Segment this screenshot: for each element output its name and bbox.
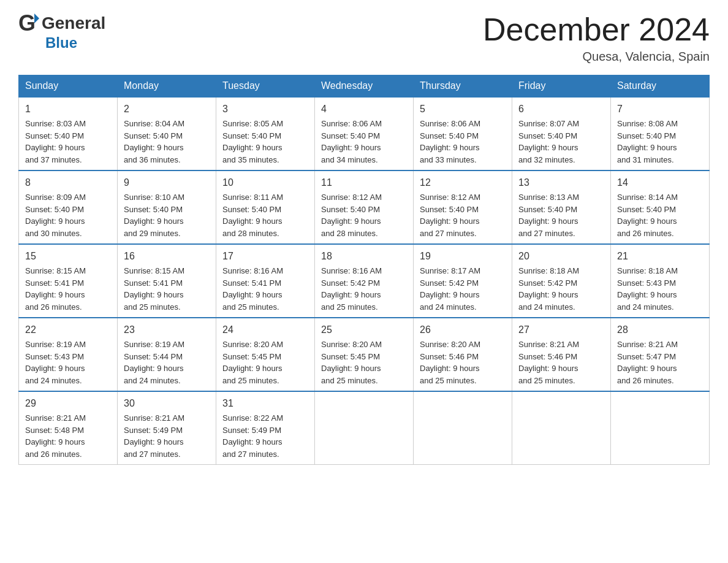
day-number: 6: [518, 102, 604, 117]
empty-cell: [611, 391, 710, 465]
day-info-line: and 26 minutes.: [25, 301, 111, 313]
day-info-line: Sunset: 5:40 PM: [518, 204, 604, 216]
day-info-line: and 32 minutes.: [518, 154, 604, 166]
calendar-table: SundayMondayTuesdayWednesdayThursdayFrid…: [18, 75, 710, 465]
day-info-line: Sunset: 5:42 PM: [518, 277, 604, 289]
day-info-line: Daylight: 9 hours: [518, 142, 604, 154]
day-info-line: and 25 minutes.: [124, 301, 210, 313]
day-number: 23: [124, 323, 210, 337]
day-info-line: and 37 minutes.: [25, 154, 111, 166]
day-number: 30: [124, 396, 210, 411]
day-cell-21: 21Sunrise: 8:18 AMSunset: 5:43 PMDayligh…: [611, 244, 710, 318]
day-info-line: Daylight: 9 hours: [617, 289, 703, 301]
day-info-line: Daylight: 9 hours: [420, 362, 506, 375]
day-info-line: Sunset: 5:45 PM: [321, 351, 407, 363]
day-cell-6: 6Sunrise: 8:07 AMSunset: 5:40 PMDaylight…: [512, 97, 611, 170]
day-info-line: Sunrise: 8:21 AM: [617, 339, 703, 351]
day-info-line: and 34 minutes.: [321, 154, 407, 166]
day-number: 31: [222, 396, 308, 411]
day-number: 21: [617, 249, 703, 264]
day-info-line: Sunset: 5:40 PM: [420, 204, 506, 216]
day-info-line: Sunset: 5:41 PM: [222, 277, 308, 289]
day-number: 1: [25, 102, 111, 117]
day-info-line: Daylight: 9 hours: [420, 142, 506, 154]
day-info-line: Sunrise: 8:10 AM: [124, 191, 210, 204]
day-info-line: and 35 minutes.: [222, 154, 308, 166]
day-number: 27: [518, 323, 604, 337]
day-info-line: Sunset: 5:41 PM: [124, 277, 210, 289]
day-info-line: Sunrise: 8:15 AM: [124, 265, 210, 277]
day-cell-31: 31Sunrise: 8:22 AMSunset: 5:49 PMDayligh…: [216, 391, 315, 465]
day-info-line: Sunrise: 8:06 AM: [321, 118, 407, 130]
day-info-line: Daylight: 9 hours: [617, 362, 703, 375]
day-info-line: Daylight: 9 hours: [25, 142, 111, 154]
day-info-line: and 26 minutes.: [25, 448, 111, 461]
day-info-line: Daylight: 9 hours: [321, 289, 407, 301]
day-number: 13: [518, 175, 604, 190]
day-cell-25: 25Sunrise: 8:20 AMSunset: 5:45 PMDayligh…: [315, 318, 414, 391]
day-info-line: Daylight: 9 hours: [124, 436, 210, 448]
day-cell-3: 3Sunrise: 8:05 AMSunset: 5:40 PMDaylight…: [216, 97, 315, 170]
day-info-line: Sunrise: 8:16 AM: [222, 265, 308, 277]
day-info-line: Sunrise: 8:14 AM: [617, 191, 703, 204]
day-info-line: and 27 minutes.: [124, 448, 210, 461]
day-info-line: and 28 minutes.: [222, 228, 308, 240]
day-info-line: and 31 minutes.: [617, 154, 703, 166]
day-info-line: Sunrise: 8:13 AM: [518, 191, 604, 204]
day-info-line: and 24 minutes.: [617, 301, 703, 313]
day-info-line: and 25 minutes.: [222, 375, 308, 387]
day-number: 20: [518, 249, 604, 264]
day-cell-9: 9Sunrise: 8:10 AMSunset: 5:40 PMDaylight…: [118, 170, 216, 244]
day-info-line: Sunset: 5:40 PM: [222, 204, 308, 216]
day-number: 26: [420, 323, 506, 337]
day-cell-4: 4Sunrise: 8:06 AMSunset: 5:40 PMDaylight…: [315, 97, 414, 170]
day-number: 16: [124, 249, 210, 264]
day-info-line: and 33 minutes.: [420, 154, 506, 166]
week-row-1: 1Sunrise: 8:03 AMSunset: 5:40 PMDaylight…: [19, 97, 710, 170]
day-info-line: Sunset: 5:49 PM: [124, 424, 210, 437]
day-number: 10: [222, 175, 308, 190]
day-info-line: Daylight: 9 hours: [25, 215, 111, 228]
day-number: 17: [222, 249, 308, 264]
day-info-line: Sunrise: 8:20 AM: [321, 339, 407, 351]
day-info-line: Daylight: 9 hours: [222, 215, 308, 228]
week-row-3: 15Sunrise: 8:15 AMSunset: 5:41 PMDayligh…: [19, 244, 710, 318]
day-info-line: Sunset: 5:41 PM: [25, 277, 111, 289]
header-cell-friday: Friday: [512, 75, 611, 98]
week-row-2: 8Sunrise: 8:09 AMSunset: 5:40 PMDaylight…: [19, 170, 710, 244]
day-cell-7: 7Sunrise: 8:08 AMSunset: 5:40 PMDaylight…: [611, 97, 710, 170]
day-cell-23: 23Sunrise: 8:19 AMSunset: 5:44 PMDayligh…: [118, 318, 216, 391]
day-cell-28: 28Sunrise: 8:21 AMSunset: 5:47 PMDayligh…: [611, 318, 710, 391]
day-info-line: Daylight: 9 hours: [25, 362, 111, 375]
day-cell-22: 22Sunrise: 8:19 AMSunset: 5:43 PMDayligh…: [19, 318, 118, 391]
day-info-line: Sunset: 5:45 PM: [222, 351, 308, 363]
location-label: Quesa, Valencia, Spain: [483, 50, 710, 64]
day-number: 8: [25, 175, 111, 190]
day-info-line: Sunset: 5:40 PM: [420, 130, 506, 142]
day-info-line: and 36 minutes.: [124, 154, 210, 166]
day-number: 18: [321, 249, 407, 264]
day-info-line: Daylight: 9 hours: [321, 142, 407, 154]
day-info-line: Sunrise: 8:04 AM: [124, 118, 210, 130]
calendar-body: 1Sunrise: 8:03 AMSunset: 5:40 PMDaylight…: [19, 97, 710, 465]
day-info-line: Sunset: 5:40 PM: [321, 204, 407, 216]
day-info-line: Sunrise: 8:19 AM: [124, 339, 210, 351]
header-cell-sunday: Sunday: [19, 75, 118, 98]
day-info-line: and 24 minutes.: [518, 301, 604, 313]
day-info-line: and 24 minutes.: [124, 375, 210, 387]
day-info-line: Sunset: 5:44 PM: [124, 351, 210, 363]
header-cell-monday: Monday: [118, 75, 216, 98]
calendar-header: SundayMondayTuesdayWednesdayThursdayFrid…: [19, 75, 710, 98]
day-info-line: and 25 minutes.: [321, 375, 407, 387]
day-info-line: Sunset: 5:40 PM: [124, 204, 210, 216]
day-info-line: and 28 minutes.: [321, 228, 407, 240]
header-cell-saturday: Saturday: [611, 75, 710, 98]
day-info-line: Sunset: 5:46 PM: [420, 351, 506, 363]
week-row-5: 29Sunrise: 8:21 AMSunset: 5:48 PMDayligh…: [19, 391, 710, 465]
day-info-line: Sunset: 5:43 PM: [617, 277, 703, 289]
day-info-line: and 25 minutes.: [420, 375, 506, 387]
day-info-line: Daylight: 9 hours: [124, 362, 210, 375]
day-info-line: Daylight: 9 hours: [222, 436, 308, 448]
day-info-line: Sunrise: 8:19 AM: [25, 339, 111, 351]
week-row-4: 22Sunrise: 8:19 AMSunset: 5:43 PMDayligh…: [19, 318, 710, 391]
